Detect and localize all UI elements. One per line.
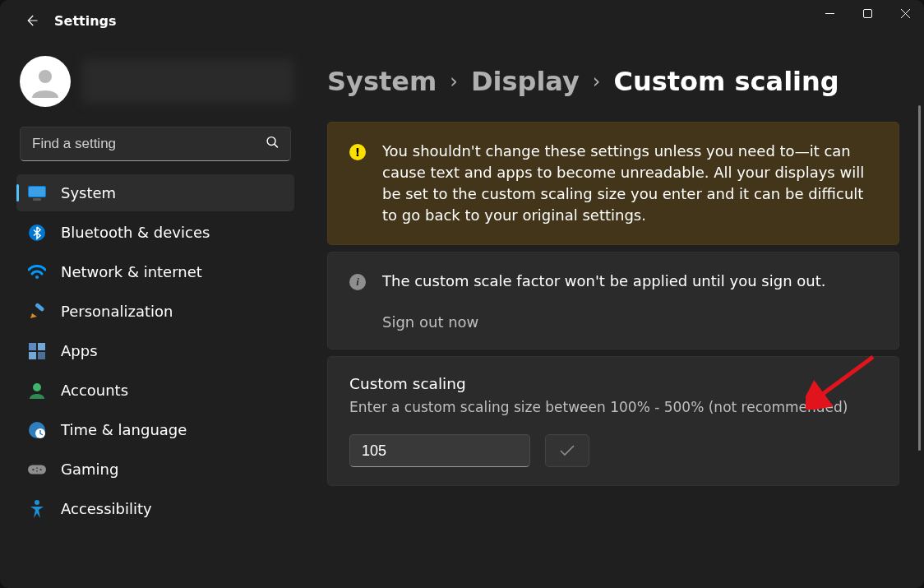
avatar bbox=[20, 56, 71, 107]
accessibility-icon bbox=[28, 500, 46, 518]
sidebar-item-gaming[interactable]: Gaming bbox=[16, 451, 294, 488]
sidebar-item-label: System bbox=[61, 184, 116, 201]
sidebar-item-label: Gaming bbox=[61, 461, 118, 478]
svg-point-1 bbox=[39, 70, 52, 83]
apps-icon bbox=[28, 342, 46, 360]
warning-card: ! You shouldn't change these settings un… bbox=[327, 122, 899, 245]
sidebar-item-accounts[interactable]: Accounts bbox=[16, 372, 294, 409]
main-content: System › Display › Custom scaling ! You … bbox=[304, 41, 924, 588]
chevron-right-icon: › bbox=[593, 70, 601, 93]
svg-point-19 bbox=[36, 467, 38, 469]
sidebar-item-label: Bluetooth & devices bbox=[61, 224, 210, 241]
sign-out-now-link[interactable]: Sign out now bbox=[382, 313, 478, 331]
paintbrush-icon bbox=[28, 303, 46, 321]
sidebar-item-label: Time & language bbox=[61, 421, 187, 438]
back-button[interactable] bbox=[15, 4, 48, 37]
nav: System Bluetooth & devices Network & int… bbox=[16, 174, 294, 527]
svg-rect-0 bbox=[863, 9, 871, 17]
search-input[interactable] bbox=[20, 127, 291, 161]
sidebar-item-apps[interactable]: Apps bbox=[16, 332, 294, 369]
sidebar-item-label: Accessibility bbox=[61, 500, 152, 517]
svg-rect-4 bbox=[29, 187, 45, 197]
sidebar-item-accessibility[interactable]: Accessibility bbox=[16, 490, 294, 527]
info-card: i The custom scale factor won't be appli… bbox=[327, 252, 899, 350]
info-text: The custom scale factor won't be applied… bbox=[382, 271, 877, 292]
svg-rect-11 bbox=[29, 352, 36, 359]
custom-scaling-card: Custom scaling Enter a custom scaling si… bbox=[327, 356, 899, 486]
sidebar-item-label: Network & internet bbox=[61, 263, 202, 280]
svg-rect-9 bbox=[29, 343, 36, 350]
minimize-button[interactable] bbox=[811, 0, 848, 26]
window-controls bbox=[811, 0, 924, 26]
breadcrumb-system[interactable]: System bbox=[327, 66, 437, 97]
custom-scaling-input[interactable] bbox=[349, 434, 530, 467]
svg-point-21 bbox=[35, 500, 39, 505]
svg-point-20 bbox=[36, 470, 38, 471]
sidebar-item-label: Accounts bbox=[61, 382, 128, 399]
svg-point-17 bbox=[32, 468, 34, 470]
chevron-right-icon: › bbox=[450, 70, 458, 93]
svg-point-2 bbox=[267, 137, 275, 146]
custom-scaling-desc: Enter a custom scaling size between 100%… bbox=[349, 397, 877, 418]
search-field-wrap bbox=[20, 127, 291, 161]
svg-point-7 bbox=[35, 275, 39, 279]
breadcrumb-display[interactable]: Display bbox=[471, 66, 580, 97]
system-icon bbox=[28, 184, 46, 202]
breadcrumb-current: Custom scaling bbox=[613, 66, 839, 97]
user-account-row[interactable] bbox=[16, 53, 294, 122]
sidebar-item-time-language[interactable]: Time & language bbox=[16, 411, 294, 448]
settings-window: Settings bbox=[0, 0, 924, 588]
scrollbar-thumb[interactable] bbox=[918, 105, 921, 451]
sidebar-item-bluetooth[interactable]: Bluetooth & devices bbox=[16, 214, 294, 251]
accounts-icon bbox=[28, 382, 46, 400]
wifi-icon bbox=[28, 263, 46, 281]
warning-text: You shouldn't change these settings unle… bbox=[382, 141, 877, 226]
svg-rect-12 bbox=[38, 352, 45, 359]
sidebar-item-label: Apps bbox=[61, 342, 98, 359]
sidebar-item-label: Personalization bbox=[61, 303, 173, 320]
info-icon: i bbox=[349, 274, 366, 290]
bluetooth-icon bbox=[28, 224, 46, 242]
sidebar: System Bluetooth & devices Network & int… bbox=[0, 41, 304, 588]
user-info-redacted bbox=[82, 59, 294, 104]
breadcrumb: System › Display › Custom scaling bbox=[327, 66, 899, 97]
svg-rect-16 bbox=[28, 465, 46, 474]
svg-rect-8 bbox=[35, 303, 44, 312]
sidebar-item-personalization[interactable]: Personalization bbox=[16, 293, 294, 330]
warning-icon: ! bbox=[349, 144, 366, 160]
svg-point-18 bbox=[39, 468, 41, 470]
svg-rect-5 bbox=[33, 198, 41, 201]
apply-button[interactable] bbox=[545, 434, 589, 467]
titlebar: Settings bbox=[0, 0, 924, 41]
custom-scaling-title: Custom scaling bbox=[349, 375, 877, 392]
app-title: Settings bbox=[54, 13, 117, 29]
sidebar-item-system[interactable]: System bbox=[16, 174, 294, 211]
clock-globe-icon bbox=[28, 421, 46, 439]
search-icon bbox=[266, 136, 280, 153]
close-button[interactable] bbox=[886, 0, 924, 26]
maximize-button[interactable] bbox=[848, 0, 886, 26]
svg-rect-10 bbox=[38, 343, 45, 350]
gaming-icon bbox=[28, 461, 46, 479]
sidebar-item-network[interactable]: Network & internet bbox=[16, 253, 294, 290]
svg-point-13 bbox=[33, 383, 41, 391]
